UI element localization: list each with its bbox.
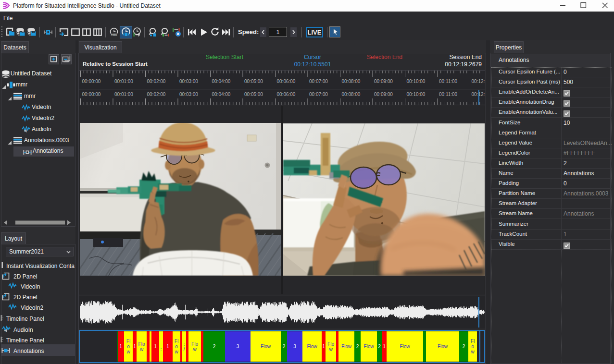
svg-text:00:08:00: 00:08:00: [342, 79, 361, 84]
svg-text:00:10:00: 00:10:00: [407, 92, 426, 97]
svg-text:00:12:00: 00:12:00: [472, 79, 486, 84]
svg-text:00:02:00: 00:02:00: [147, 79, 166, 84]
svg-text:00:09:00: 00:09:00: [374, 79, 393, 84]
svg-text:00:06:00: 00:06:00: [277, 79, 296, 84]
svg-text:00:07:00: 00:07:00: [309, 79, 328, 84]
svg-text:00:07:00: 00:07:00: [309, 92, 328, 97]
svg-text:00:11:00: 00:11:00: [439, 79, 458, 84]
svg-text:00:10:00: 00:10:00: [407, 79, 426, 84]
svg-text:00:00:00: 00:00:00: [82, 79, 101, 84]
svg-text:00:09:00: 00:09:00: [374, 92, 393, 97]
svg-text:00:01:00: 00:01:00: [114, 79, 133, 84]
svg-text:00:12:00: 00:12:00: [472, 92, 486, 97]
svg-text:00:02:00: 00:02:00: [147, 92, 166, 97]
svg-text:00:03:00: 00:03:00: [179, 92, 198, 97]
svg-text:00:01:00: 00:01:00: [114, 92, 133, 97]
svg-text:00:11:00: 00:11:00: [439, 92, 458, 97]
svg-text:ABS: ABS: [111, 33, 117, 36]
svg-text:00:03:00: 00:03:00: [179, 79, 198, 84]
svg-text:00:00:00: 00:00:00: [82, 92, 101, 97]
svg-text:00:05:00: 00:05:00: [244, 79, 263, 84]
svg-text:00:04:00: 00:04:00: [212, 92, 231, 97]
svg-text:00:04:00: 00:04:00: [212, 79, 231, 84]
svg-text:00:06:00: 00:06:00: [277, 92, 296, 97]
svg-text:00:08:00: 00:08:00: [342, 92, 361, 97]
svg-text:00:05:00: 00:05:00: [244, 92, 263, 97]
